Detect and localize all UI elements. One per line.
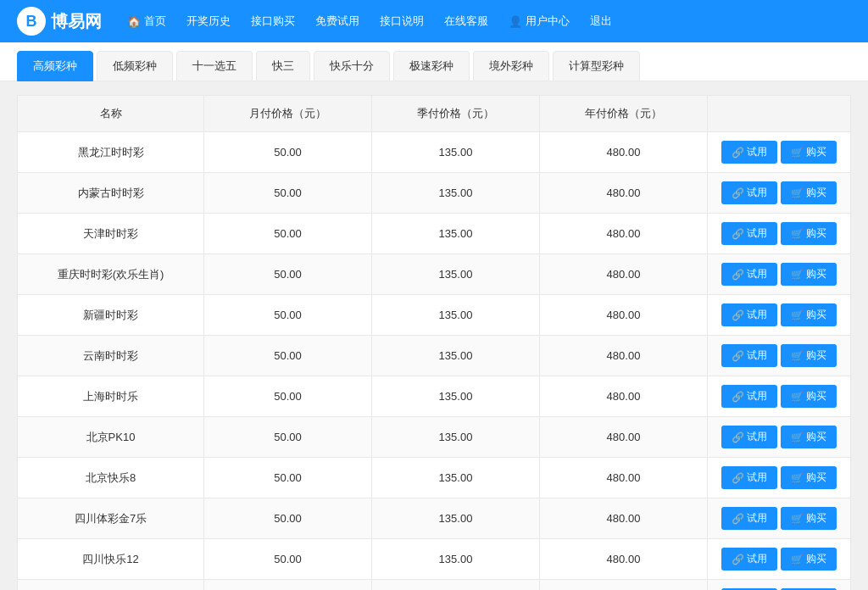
cell-monthly: 50.00 [204,214,372,254]
trial-button[interactable]: 🔗试用 [721,466,777,489]
cell-monthly: 50.00 [204,539,372,580]
trial-button[interactable]: 🔗试用 [721,303,777,326]
buy-button[interactable]: 🛒购买 [781,426,837,448]
cell-monthly: 50.00 [204,173,372,214]
cell-action: 🔗试用🛒购买 [708,173,851,214]
buy-button[interactable]: 🛒购买 [781,466,837,489]
cell-quarterly: 135.00 [372,458,540,498]
buy-button[interactable]: 🛒购买 [781,344,837,367]
cell-name: 浙江快乐12 [18,580,204,591]
cell-action: 🔗试用🛒购买 [708,580,851,591]
table-header-row: 名称月付价格（元）季付价格（元）年付价格（元） [18,96,851,132]
trial-icon: 🔗 [732,147,744,159]
tab-十一选五[interactable]: 十一选五 [176,51,253,81]
buy-button[interactable]: 🛒购买 [781,181,837,204]
nav-label: 首页 [144,14,166,29]
cell-action: 🔗试用🛒购买 [708,376,851,417]
cell-action: 🔗试用🛒购买 [708,539,851,580]
cell-name: 四川快乐12 [18,539,204,580]
home-icon: 🏠 [127,15,141,28]
logo-text: 博易网 [51,10,102,33]
cart-icon: 🛒 [791,554,804,565]
tab-快三[interactable]: 快三 [256,51,310,81]
main-content: 名称月付价格（元）季付价格（元）年付价格（元） 黑龙江时时彩50.00135.0… [0,81,868,590]
buy-label: 购买 [806,186,826,200]
nav-item-首页[interactable]: 🏠首页 [127,14,166,29]
cell-quarterly: 135.00 [372,173,540,214]
trial-icon: 🔗 [732,472,744,484]
cell-monthly: 50.00 [204,417,372,458]
col-header-0: 名称 [18,96,204,132]
tab-快乐十分[interactable]: 快乐十分 [314,51,390,81]
buy-label: 购买 [806,145,826,159]
table-row: 重庆时时彩(欢乐生肖)50.00135.00480.00🔗试用🛒购买 [18,254,851,295]
cell-yearly: 480.00 [540,295,708,336]
logo-letter: B [26,13,37,31]
table-row: 新疆时时彩50.00135.00480.00🔗试用🛒购买 [18,295,851,336]
trial-button[interactable]: 🔗试用 [721,385,777,408]
buy-button[interactable]: 🛒购买 [781,385,837,408]
trial-label: 试用 [747,226,767,241]
buy-button[interactable]: 🛒购买 [781,303,837,326]
trial-button[interactable]: 🔗试用 [721,141,777,164]
trial-button[interactable]: 🔗试用 [721,548,777,571]
trial-icon: 🔗 [732,269,744,281]
cell-monthly: 50.00 [204,376,372,417]
cell-monthly: 50.00 [204,498,372,539]
buy-button[interactable]: 🛒购买 [781,507,837,530]
buy-label: 购买 [806,226,826,241]
buy-button[interactable]: 🛒购买 [781,263,837,286]
cart-icon: 🛒 [791,269,804,281]
buy-button[interactable]: 🛒购买 [781,222,837,245]
tab-低频彩种[interactable]: 低频彩种 [97,51,173,81]
trial-button[interactable]: 🔗试用 [721,507,777,530]
nav-item-用户中心[interactable]: 👤用户中心 [509,14,570,29]
tab-极速彩种[interactable]: 极速彩种 [393,51,470,81]
table-row: 四川体彩金7乐50.00135.00480.00🔗试用🛒购买 [18,498,851,539]
header-nav: 🏠首页开奖历史接口购买免费试用接口说明在线客服👤用户中心退出 [127,14,851,29]
trial-button[interactable]: 🔗试用 [721,222,777,245]
data-table: 名称月付价格（元）季付价格（元）年付价格（元） 黑龙江时时彩50.00135.0… [17,95,851,590]
nav-item-接口购买[interactable]: 接口购买 [251,14,295,29]
trial-button[interactable]: 🔗试用 [721,426,777,448]
trial-button[interactable]: 🔗试用 [721,263,777,286]
buy-label: 购买 [806,511,826,526]
buy-label: 购买 [806,430,826,444]
nav-item-在线客服[interactable]: 在线客服 [444,14,488,29]
cell-action: 🔗试用🛒购买 [708,254,851,295]
cell-yearly: 480.00 [540,580,708,591]
nav-item-免费试用[interactable]: 免费试用 [315,14,359,29]
table-row: 北京快乐850.00135.00480.00🔗试用🛒购买 [18,458,851,498]
buy-button[interactable]: 🛒购买 [781,548,837,571]
cell-monthly: 50.00 [204,458,372,498]
cell-action: 🔗试用🛒购买 [708,458,851,498]
trial-button[interactable]: 🔗试用 [721,181,777,204]
cell-quarterly: 135.00 [372,295,540,336]
cart-icon: 🛒 [791,228,804,240]
cart-icon: 🛒 [791,350,804,362]
buy-label: 购买 [806,470,826,485]
tab-高频彩种[interactable]: 高频彩种 [17,51,93,81]
cell-action: 🔗试用🛒购买 [708,336,851,376]
nav-item-退出[interactable]: 退出 [590,14,612,29]
table-row: 内蒙古时时彩50.00135.00480.00🔗试用🛒购买 [18,173,851,214]
table-row: 上海时时乐50.00135.00480.00🔗试用🛒购买 [18,376,851,417]
buy-button[interactable]: 🛒购买 [781,141,837,164]
cell-monthly: 50.00 [204,254,372,295]
trial-icon: 🔗 [732,513,744,525]
cell-monthly: 50.00 [204,132,372,173]
user-icon: 👤 [509,15,522,28]
cell-name: 黑龙江时时彩 [18,132,204,173]
nav-label: 免费试用 [315,14,359,29]
nav-item-接口说明[interactable]: 接口说明 [380,14,424,29]
cell-yearly: 480.00 [540,376,708,417]
trial-label: 试用 [747,186,767,200]
cell-quarterly: 135.00 [372,498,540,539]
cell-quarterly: 135.00 [372,254,540,295]
trial-button[interactable]: 🔗试用 [721,344,777,367]
tab-计算型彩种[interactable]: 计算型彩种 [553,51,640,81]
tab-境外彩种[interactable]: 境外彩种 [473,51,549,81]
nav-item-开奖历史[interactable]: 开奖历史 [186,14,231,29]
col-header-1: 月付价格（元） [204,96,372,132]
buy-label: 购买 [806,267,826,281]
